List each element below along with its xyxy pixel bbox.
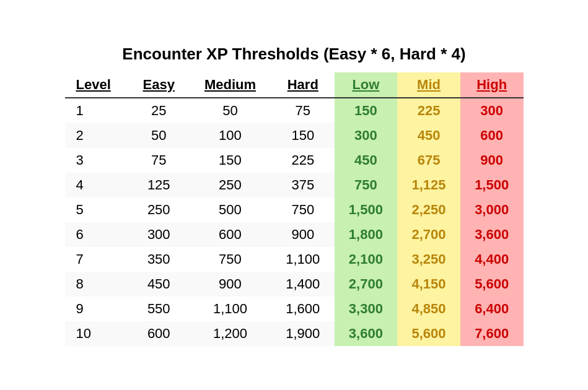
cell-high: 7,600 [460,321,524,346]
cell-hard: 750 [271,197,335,222]
header-hard: Hard [271,72,335,98]
cell-easy: 250 [128,197,189,222]
cell-low: 3,300 [335,297,398,321]
main-container: Encounter XP Thresholds (Easy * 6, Hard … [53,32,536,358]
cell-medium: 100 [189,123,271,148]
table-row: 106001,2001,9003,6005,6007,600 [65,321,524,346]
table-row: 63006009001,8002,7003,600 [65,222,524,247]
cell-hard: 1,600 [271,297,335,321]
cell-mid: 3,250 [397,247,460,272]
cell-high: 6,400 [460,297,524,321]
table-row: 95501,1001,6003,3004,8506,400 [65,297,524,321]
cell-easy: 550 [128,297,189,321]
cell-easy: 300 [128,222,189,247]
cell-mid: 2,700 [397,222,460,247]
cell-hard: 225 [271,148,335,173]
cell-low: 3,600 [335,321,398,346]
xp-table: Level Easy Medium Hard Low Mid High 1255… [65,72,524,346]
cell-level: 1 [65,98,129,123]
cell-level: 7 [65,247,129,272]
cell-hard: 150 [271,123,335,148]
cell-low: 450 [335,148,398,173]
cell-mid: 1,125 [397,173,460,197]
cell-low: 300 [335,123,398,148]
cell-easy: 125 [128,173,189,197]
cell-hard: 1,900 [271,321,335,346]
cell-mid: 675 [397,148,460,173]
header-medium: Medium [189,72,271,98]
cell-easy: 75 [128,148,189,173]
cell-low: 2,100 [335,247,398,272]
cell-high: 3,600 [460,222,524,247]
cell-level: 5 [65,197,129,222]
cell-low: 2,700 [335,272,398,297]
cell-level: 4 [65,173,129,197]
cell-medium: 50 [189,98,271,123]
cell-hard: 1,100 [271,247,335,272]
cell-easy: 25 [128,98,189,123]
cell-high: 600 [460,123,524,148]
cell-easy: 450 [128,272,189,297]
table-row: 375150225450675900 [65,148,524,173]
cell-medium: 1,100 [189,297,271,321]
header-mid: Mid [397,72,460,98]
cell-mid: 450 [397,123,460,148]
cell-high: 300 [460,98,524,123]
cell-high: 4,400 [460,247,524,272]
cell-medium: 600 [189,222,271,247]
cell-hard: 75 [271,98,335,123]
table-header-row: Level Easy Medium Hard Low Mid High [65,72,524,98]
header-easy: Easy [128,72,189,98]
table-row: 250100150300450600 [65,123,524,148]
cell-high: 5,600 [460,272,524,297]
cell-level: 6 [65,222,129,247]
cell-hard: 900 [271,222,335,247]
page-title: Encounter XP Thresholds (Easy * 6, Hard … [65,45,524,64]
cell-high: 3,000 [460,197,524,222]
cell-medium: 750 [189,247,271,272]
header-low: Low [335,72,398,98]
cell-level: 10 [65,321,129,346]
cell-level: 3 [65,148,129,173]
cell-mid: 4,850 [397,297,460,321]
cell-medium: 900 [189,272,271,297]
cell-mid: 225 [397,98,460,123]
cell-mid: 4,150 [397,272,460,297]
cell-low: 150 [335,98,398,123]
cell-level: 8 [65,272,129,297]
cell-level: 9 [65,297,129,321]
table-body: 1255075150225300250100150300450600375150… [65,98,524,346]
table-row: 52505007501,5002,2503,000 [65,197,524,222]
cell-medium: 1,200 [189,321,271,346]
cell-medium: 150 [189,148,271,173]
header-high: High [460,72,524,98]
cell-level: 2 [65,123,129,148]
cell-easy: 350 [128,247,189,272]
cell-hard: 1,400 [271,272,335,297]
cell-mid: 2,250 [397,197,460,222]
cell-medium: 250 [189,173,271,197]
table-row: 73507501,1002,1003,2504,400 [65,247,524,272]
cell-high: 900 [460,148,524,173]
table-row: 84509001,4002,7004,1505,600 [65,272,524,297]
cell-low: 1,800 [335,222,398,247]
cell-medium: 500 [189,197,271,222]
cell-low: 1,500 [335,197,398,222]
table-row: 1255075150225300 [65,98,524,123]
cell-easy: 600 [128,321,189,346]
header-level: Level [65,72,129,98]
cell-easy: 50 [128,123,189,148]
cell-mid: 5,600 [397,321,460,346]
table-row: 41252503757501,1251,500 [65,173,524,197]
cell-high: 1,500 [460,173,524,197]
cell-low: 750 [335,173,398,197]
cell-hard: 375 [271,173,335,197]
